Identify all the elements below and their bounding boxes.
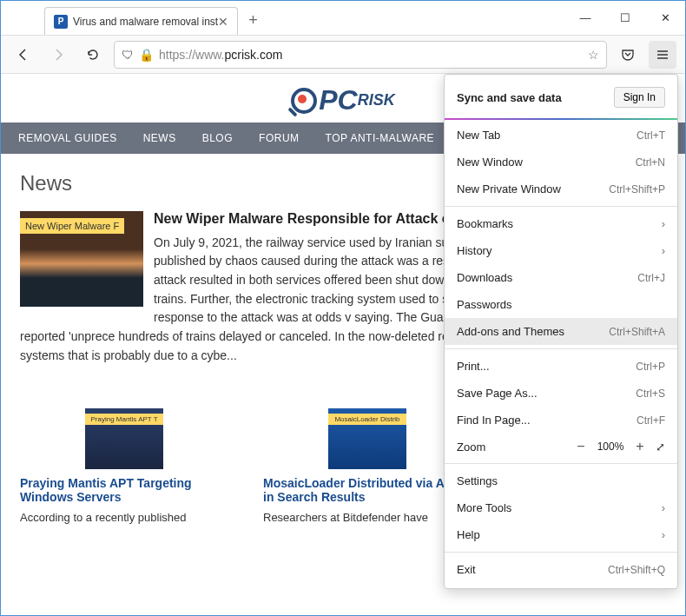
nav-forum[interactable]: FORUM (259, 132, 300, 144)
maximize-button[interactable]: ☐ (605, 0, 645, 35)
back-button[interactable] (10, 41, 37, 69)
chevron-right-icon: › (662, 501, 665, 514)
tab-title: Virus and malware removal inst (73, 16, 218, 28)
shield-icon[interactable]: 🛡 (122, 48, 134, 62)
menu-item-new-private-window[interactable]: New Private WindowCtrl+Shift+P (445, 176, 677, 202)
menu-item-more-tools[interactable]: More Tools› (445, 494, 677, 521)
browser-tab[interactable]: P Virus and malware removal inst ✕ (44, 7, 238, 35)
card-1[interactable]: Praying Mantis APT T Praying Mantis APT … (20, 408, 228, 524)
favicon: P (54, 15, 68, 29)
toolbar: 🛡 🔒 https://www.pcrisk.com ☆ (1, 36, 685, 74)
card-1-image: Praying Mantis APT T (85, 408, 163, 469)
minimize-button[interactable]: — (565, 0, 605, 35)
nav-blog[interactable]: BLOG (202, 132, 233, 144)
menu-item-new-window[interactable]: New WindowCtrl+N (445, 149, 677, 176)
menu-sync-header: Sync and save data Sign In (445, 80, 677, 115)
menu-item-passwords[interactable]: Passwords (445, 291, 677, 318)
bookmark-star-icon[interactable]: ☆ (588, 48, 599, 62)
menu-item-exit[interactable]: ExitCtrl+Shift+Q (445, 556, 677, 583)
menu-item-find-in-page-[interactable]: Find In Page...Ctrl+F (445, 407, 677, 434)
application-menu: Sync and save data Sign In New TabCtrl+T… (444, 74, 678, 589)
chevron-right-icon: › (662, 217, 665, 230)
site-logo[interactable]: PCrisk (291, 84, 394, 116)
menu-item-history[interactable]: History› (445, 237, 677, 264)
card-1-title[interactable]: Praying Mantis APT Targeting Windows Ser… (20, 476, 228, 504)
nav-news[interactable]: NEWS (143, 132, 176, 144)
nav-anti-malware[interactable]: TOP ANTI-MALWARE (326, 132, 435, 144)
menu-item-bookmarks[interactable]: Bookmarks› (445, 210, 677, 237)
nav-removal-guides[interactable]: REMOVAL GUIDES (18, 132, 117, 144)
window-controls: — ☐ ✕ (565, 0, 685, 35)
menu-zoom: Zoom − 100% + ⤢ (445, 434, 677, 460)
menu-item-save-page-as-[interactable]: Save Page As...Ctrl+S (445, 380, 677, 407)
menu-separator (445, 118, 677, 120)
menu-item-downloads[interactable]: DownloadsCtrl+J (445, 264, 677, 291)
card-1-body: According to a recently published (20, 511, 228, 524)
reload-button[interactable] (79, 41, 107, 69)
menu-item-print-[interactable]: Print...Ctrl+P (445, 353, 677, 380)
menu-button[interactable] (649, 41, 676, 69)
card-2[interactable]: MosaicLoader Distrib MosaicLoader Distri… (263, 408, 472, 524)
card-2-image: MosaicLoader Distrib (328, 408, 406, 469)
url-prefix: https://www. (159, 48, 224, 62)
menu-item-new-tab[interactable]: New TabCtrl+T (445, 122, 677, 149)
url-domain: pcrisk.com (224, 48, 282, 62)
pocket-button[interactable] (614, 41, 642, 69)
menu-item-settings[interactable]: Settings (445, 467, 677, 494)
zoom-out-button[interactable]: − (571, 439, 591, 454)
chevron-right-icon: › (662, 528, 665, 541)
card-2-body: Researchers at Bitdefender have (263, 511, 472, 524)
forward-button[interactable] (44, 41, 72, 69)
sign-in-button[interactable]: Sign In (614, 87, 665, 108)
titlebar: P Virus and malware removal inst ✕ + — ☐… (1, 1, 685, 36)
url-bar[interactable]: 🛡 🔒 https://www.pcrisk.com ☆ (114, 41, 607, 69)
chevron-right-icon: › (662, 244, 665, 257)
thumb-label: New Wiper Malware F (20, 218, 124, 234)
card-2-title[interactable]: MosaicLoader Distributed via Ads in Sear… (263, 476, 472, 504)
menu-item-help[interactable]: Help› (445, 521, 677, 548)
lock-icon[interactable]: 🔒 (139, 48, 154, 62)
close-window-button[interactable]: ✕ (645, 0, 685, 35)
zoom-in-button[interactable]: + (630, 439, 650, 454)
new-tab-button[interactable]: + (248, 11, 258, 30)
zoom-value: 100% (591, 440, 630, 453)
close-tab-icon[interactable]: ✕ (218, 15, 228, 29)
fullscreen-icon[interactable]: ⤢ (656, 440, 665, 454)
article-thumbnail[interactable]: New Wiper Malware F (20, 211, 143, 307)
menu-item-add-ons-and-themes[interactable]: Add-ons and ThemesCtrl+Shift+A (445, 318, 677, 345)
